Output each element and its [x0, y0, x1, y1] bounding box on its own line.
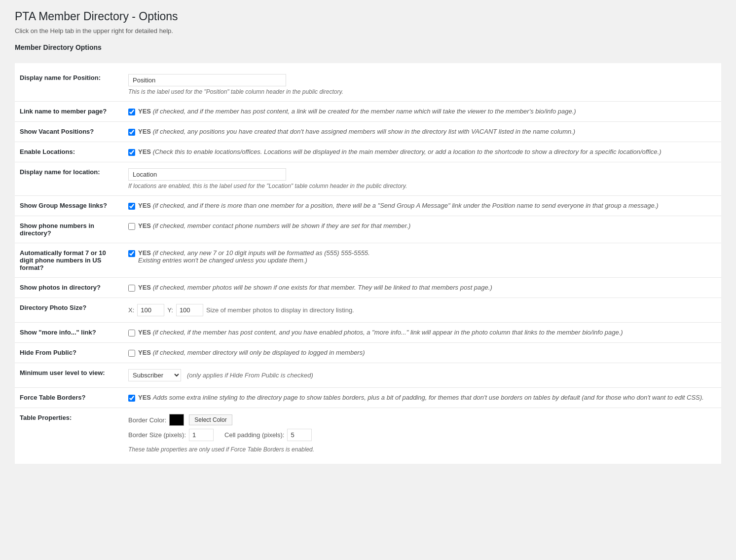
- checkbox-text-auto_format_phone: YES (if checked, any new 7 or 10 digit i…: [138, 249, 716, 264]
- checkbox-text-show_vacant_positions: YES (if checked, any positions you have …: [138, 128, 716, 135]
- value-show_group_message_links: YES (if checked, and if there is more th…: [123, 196, 721, 216]
- options-row-directory_photo_size: Directory Photo Size?X:Y:Size of member …: [15, 298, 721, 323]
- checkbox-show_photos[interactable]: [128, 285, 135, 292]
- checkbox-hide_from_public[interactable]: [128, 350, 135, 357]
- label-link_name_member_page: Link name to member page?: [15, 102, 123, 122]
- label-auto_format_phone: Automatically format 7 or 10 digit phone…: [15, 243, 123, 278]
- options-row-auto_format_phone: Automatically format 7 or 10 digit phone…: [15, 243, 721, 278]
- options-row-link_name_member_page: Link name to member page?YES (if checked…: [15, 102, 721, 122]
- checkbox-show_more_info_link[interactable]: [128, 330, 135, 336]
- value-table_properties: Border Color:Select ColorBorder Size (pi…: [123, 408, 721, 459]
- value-display_name_location: If locations are enabled, this is the la…: [123, 162, 721, 196]
- checkbox-auto_format_phone[interactable]: [128, 250, 135, 257]
- checkbox-text-hide_from_public: YES (if checked, member directory will o…: [138, 349, 716, 356]
- select-minimum_user_level[interactable]: SubscriberContributorAuthorEditorAdminis…: [128, 369, 181, 381]
- value-force_table_borders: YES Adds some extra inline styling to th…: [123, 388, 721, 408]
- options-row-force_table_borders: Force Table Borders?YES Adds some extra …: [15, 388, 721, 408]
- options-row-hide_from_public: Hide From Public?YES (if checked, member…: [15, 343, 721, 363]
- section-title: Member Directory Options: [15, 43, 721, 55]
- photo-y-label: Y:: [167, 306, 173, 314]
- checkbox-text-show_more_info_link: YES (if checked, if the member has post …: [138, 329, 716, 336]
- label-enable_locations: Enable Locations:: [15, 142, 123, 162]
- select-color-button[interactable]: Select Color: [189, 414, 232, 425]
- value-display_name_position: This is the label used for the "Position…: [123, 68, 721, 102]
- label-show_more_info_link: Show "more info..." link?: [15, 323, 123, 343]
- options-row-show_group_message_links: Show Group Message links?YES (if checked…: [15, 196, 721, 216]
- options-row-table_properties: Table Properties:Border Color:Select Col…: [15, 408, 721, 459]
- desc-display_name_location: If locations are enabled, this is the la…: [128, 183, 716, 189]
- checkbox-link_name_member_page[interactable]: [128, 109, 135, 115]
- desc-display_name_position: This is the label used for the "Position…: [128, 88, 716, 95]
- options-row-display_name_position: Display name for Position:This is the la…: [15, 68, 721, 102]
- label-display_name_position: Display name for Position:: [15, 68, 123, 102]
- label-minimum_user_level: Minimum user level to view:: [15, 363, 123, 388]
- checkbox-force_table_borders[interactable]: [128, 395, 135, 402]
- options-row-show_phone_numbers: Show phone numbers in directory?YES (if …: [15, 216, 721, 243]
- cell-padding-input[interactable]: [287, 429, 312, 441]
- label-show_group_message_links: Show Group Message links?: [15, 196, 123, 216]
- photo-size-desc: Size of member photos to display in dire…: [206, 306, 354, 314]
- color-swatch: [169, 414, 184, 426]
- checkbox-text-link_name_member_page: YES (if checked, and if the member has p…: [138, 108, 716, 115]
- options-row-display_name_location: Display name for location:If locations a…: [15, 162, 721, 196]
- value-show_vacant_positions: YES (if checked, any positions you have …: [123, 122, 721, 142]
- border-size-input[interactable]: [189, 429, 214, 441]
- checkbox-text-show_phone_numbers: YES (if checked, member contact phone nu…: [138, 222, 716, 229]
- checkbox-show_vacant_positions[interactable]: [128, 129, 135, 136]
- page-title: PTA Member Directory - Options: [15, 10, 721, 23]
- checkbox-text-force_table_borders: YES Adds some extra inline styling to th…: [138, 394, 716, 401]
- options-row-show_more_info_link: Show "more info..." link?YES (if checked…: [15, 323, 721, 343]
- cell-padding-label: Cell padding (pixels):: [224, 431, 284, 439]
- value-show_more_info_link: YES (if checked, if the member has post …: [123, 323, 721, 343]
- photo-y-input[interactable]: [176, 304, 203, 316]
- checkbox-show_phone_numbers[interactable]: [128, 223, 135, 230]
- value-directory_photo_size: X:Y:Size of member photos to display in …: [123, 298, 721, 323]
- label-show_vacant_positions: Show Vacant Positions?: [15, 122, 123, 142]
- label-directory_photo_size: Directory Photo Size?: [15, 298, 123, 323]
- checkbox-text-enable_locations: YES (Check this to enable locations/offi…: [138, 148, 716, 155]
- select-desc-minimum_user_level: (only applies if Hide From Public is che…: [187, 372, 313, 379]
- page-subtitle: Click on the Help tab in the upper right…: [15, 27, 721, 35]
- border-size-label: Border Size (pixels):: [128, 431, 186, 439]
- options-row-minimum_user_level: Minimum user level to view:SubscriberCon…: [15, 363, 721, 388]
- label-show_photos: Show photos in directory?: [15, 278, 123, 298]
- label-display_name_location: Display name for location:: [15, 162, 123, 196]
- label-table_properties: Table Properties:: [15, 408, 123, 459]
- checkbox-text-show_photos: YES (if checked, member photos will be s…: [138, 284, 716, 291]
- value-enable_locations: YES (Check this to enable locations/offi…: [123, 142, 721, 162]
- photo-x-label: X:: [128, 306, 134, 314]
- label-show_phone_numbers: Show phone numbers in directory?: [15, 216, 123, 243]
- options-row-enable_locations: Enable Locations:YES (Check this to enab…: [15, 142, 721, 162]
- input-display_name_location[interactable]: [128, 168, 286, 181]
- label-force_table_borders: Force Table Borders?: [15, 388, 123, 408]
- value-show_photos: YES (if checked, member photos will be s…: [123, 278, 721, 298]
- label-hide_from_public: Hide From Public?: [15, 343, 123, 363]
- options-row-show_photos: Show photos in directory?YES (if checked…: [15, 278, 721, 298]
- table-props-desc: These table properties are only used if …: [128, 446, 716, 453]
- options-table: Display name for Position:This is the la…: [15, 68, 721, 459]
- value-minimum_user_level: SubscriberContributorAuthorEditorAdminis…: [123, 363, 721, 388]
- value-link_name_member_page: YES (if checked, and if the member has p…: [123, 102, 721, 122]
- photo-x-input[interactable]: [137, 304, 164, 316]
- input-display_name_position[interactable]: [128, 74, 286, 86]
- checkbox-enable_locations[interactable]: [128, 149, 135, 156]
- checkbox-text-show_group_message_links: YES (if checked, and if there is more th…: [138, 202, 716, 209]
- checkbox-show_group_message_links[interactable]: [128, 203, 135, 210]
- value-hide_from_public: YES (if checked, member directory will o…: [123, 343, 721, 363]
- border-color-label: Border Color:: [128, 416, 166, 424]
- value-auto_format_phone: YES (if checked, any new 7 or 10 digit i…: [123, 243, 721, 278]
- value-show_phone_numbers: YES (if checked, member contact phone nu…: [123, 216, 721, 243]
- options-row-show_vacant_positions: Show Vacant Positions?YES (if checked, a…: [15, 122, 721, 142]
